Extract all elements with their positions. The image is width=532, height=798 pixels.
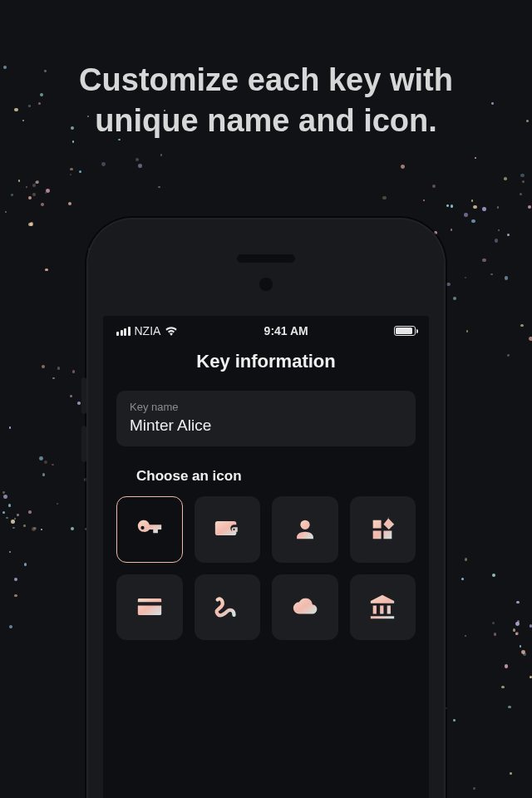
page-title: Key information — [103, 351, 429, 372]
icon-option-widgets[interactable] — [350, 496, 416, 563]
icon-option-person[interactable] — [272, 496, 338, 563]
icon-option-cloud[interactable] — [272, 574, 338, 641]
icon-grid — [103, 496, 429, 640]
key-icon — [135, 515, 164, 544]
phone-side-button — [81, 426, 86, 462]
icon-option-key[interactable] — [116, 496, 183, 563]
phone-side-button — [81, 377, 86, 414]
battery-icon — [394, 326, 416, 336]
choose-icon-label: Choose an icon — [136, 468, 396, 485]
key-name-field[interactable]: Key name — [116, 391, 416, 446]
icon-option-card[interactable] — [116, 574, 183, 641]
status-bar: NZIA 9:41 AM — [103, 316, 429, 342]
signal-icon — [116, 327, 131, 336]
status-time: 9:41 AM — [264, 324, 308, 337]
bank-icon — [368, 593, 397, 621]
key-name-input[interactable] — [130, 416, 402, 435]
app-screen: NZIA 9:41 AM Key information Key name Ch… — [103, 316, 429, 798]
icon-option-gesture[interactable] — [195, 574, 261, 641]
cloud-icon — [291, 593, 319, 621]
carrier-label: NZIA — [135, 324, 161, 337]
gesture-icon — [213, 593, 241, 621]
wallet-icon — [213, 515, 241, 544]
phone-camera — [259, 278, 273, 291]
wifi-icon — [165, 326, 178, 336]
phone-mockup: NZIA 9:41 AM Key information Key name Ch… — [86, 218, 446, 798]
key-name-label: Key name — [130, 401, 402, 413]
icon-option-bank[interactable] — [350, 574, 416, 641]
phone-speaker — [237, 254, 295, 263]
widgets-icon — [368, 515, 397, 544]
marketing-headline: Customize each key with unique name and … — [0, 60, 532, 140]
icon-option-wallet[interactable] — [195, 496, 261, 563]
person-icon — [291, 515, 319, 544]
card-icon — [135, 593, 164, 621]
